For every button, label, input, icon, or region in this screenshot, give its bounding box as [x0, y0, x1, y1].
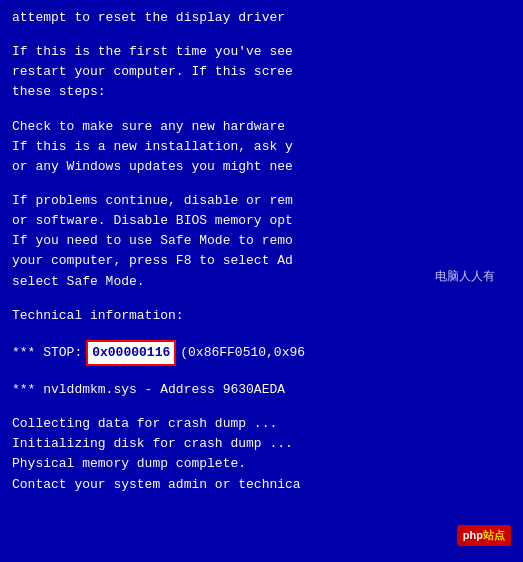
technical-info-label: Technical information: — [12, 306, 511, 326]
initializing-line: Initializing disk for crash dump ... — [12, 434, 511, 454]
bsod-screen: attempt to reset the display driver If t… — [0, 0, 523, 562]
line-1: attempt to reset the display driver — [12, 8, 511, 28]
collecting-line: Collecting data for crash dump ... — [12, 414, 511, 434]
stop-code: 0x00000116 — [86, 340, 176, 366]
php-badge-suffix: 站点 — [483, 529, 505, 541]
stop-prefix: *** STOP: — [12, 343, 82, 363]
line-13: If you need to use Safe Mode to remo — [12, 231, 511, 251]
php-badge: php站点 — [457, 525, 511, 546]
line-9: or any Windows updates you might nee — [12, 157, 511, 177]
stop-suffix: (0x86FF0510,0x96 — [180, 343, 305, 363]
line-5: these steps: — [12, 82, 511, 102]
driver-line: *** nvlddmkm.sys - Address 9630AEDA — [12, 380, 511, 400]
stop-line: *** STOP: 0x00000116(0x86FF0510,0x96 — [12, 340, 511, 366]
line-3: If this is the first time you've see — [12, 42, 511, 62]
line-12: or software. Disable BIOS memory opt — [12, 211, 511, 231]
php-badge-text: php — [463, 529, 483, 541]
line-4: restart your computer. If this scree — [12, 62, 511, 82]
contact-line: Contact your system admin or technica — [12, 475, 511, 495]
line-11: If problems continue, disable or rem — [12, 191, 511, 211]
line-7: Check to make sure any new hardware — [12, 117, 511, 137]
line-8: If this is a new installation, ask y — [12, 137, 511, 157]
watermark: 电脑人人有 — [435, 268, 495, 287]
physical-line: Physical memory dump complete. — [12, 454, 511, 474]
